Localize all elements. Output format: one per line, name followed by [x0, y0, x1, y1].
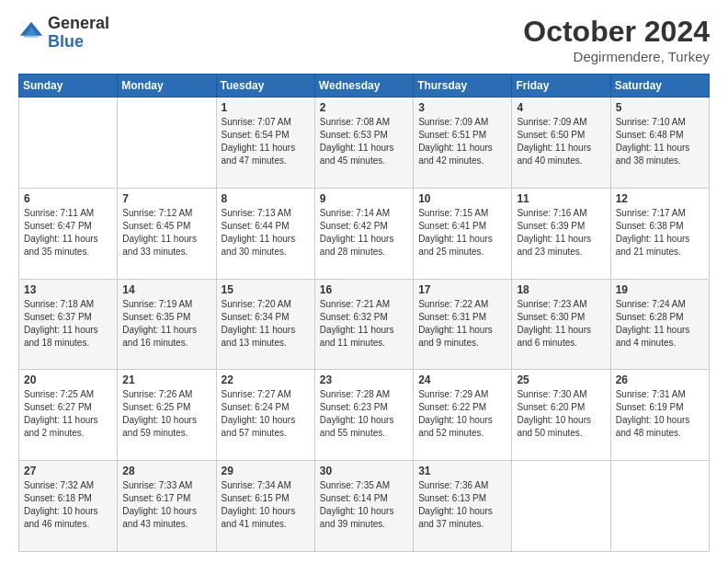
calendar-cell: 31Sunrise: 7:36 AM Sunset: 6:13 PM Dayli… [414, 461, 512, 552]
week-row-5: 27Sunrise: 7:32 AM Sunset: 6:18 PM Dayli… [19, 461, 710, 552]
calendar-cell: 22Sunrise: 7:27 AM Sunset: 6:24 PM Dayli… [216, 370, 314, 461]
cell-content: Sunrise: 7:24 AM Sunset: 6:28 PM Dayligh… [616, 298, 704, 350]
cell-content: Sunrise: 7:08 AM Sunset: 6:53 PM Dayligh… [320, 116, 408, 167]
calendar-cell: 5Sunrise: 7:10 AM Sunset: 6:48 PM Daylig… [610, 98, 709, 189]
cell-content: Sunrise: 7:30 AM Sunset: 6:20 PM Dayligh… [517, 388, 605, 440]
page: General Blue October 2024 Degirmendere, … [0, 0, 728, 563]
cell-content: Sunrise: 7:16 AM Sunset: 6:39 PM Dayligh… [517, 207, 605, 259]
day-number: 24 [418, 373, 506, 386]
calendar-cell: 24Sunrise: 7:29 AM Sunset: 6:22 PM Dayli… [414, 370, 512, 461]
day-number: 15 [222, 283, 310, 296]
cell-content: Sunrise: 7:32 AM Sunset: 6:18 PM Dayligh… [24, 479, 112, 531]
day-number: 22 [222, 373, 310, 386]
calendar-cell: 3Sunrise: 7:09 AM Sunset: 6:51 PM Daylig… [414, 98, 512, 189]
day-number: 20 [24, 373, 112, 386]
calendar-cell: 30Sunrise: 7:35 AM Sunset: 6:14 PM Dayli… [314, 461, 413, 552]
location: Degirmendere, Turkey [523, 49, 710, 64]
day-number: 23 [320, 373, 408, 386]
cell-content: Sunrise: 7:07 AM Sunset: 6:54 PM Dayligh… [222, 116, 310, 167]
calendar-cell: 25Sunrise: 7:30 AM Sunset: 6:20 PM Dayli… [512, 370, 610, 461]
calendar-cell: 2Sunrise: 7:08 AM Sunset: 6:53 PM Daylig… [314, 98, 413, 189]
week-row-2: 6Sunrise: 7:11 AM Sunset: 6:47 PM Daylig… [19, 188, 710, 279]
calendar-cell: 28Sunrise: 7:33 AM Sunset: 6:17 PM Dayli… [118, 461, 216, 552]
title-area: October 2024 Degirmendere, Turkey [523, 15, 710, 64]
cell-content: Sunrise: 7:35 AM Sunset: 6:14 PM Dayligh… [320, 479, 408, 531]
cell-content: Sunrise: 7:12 AM Sunset: 6:45 PM Dayligh… [122, 207, 210, 259]
cell-content: Sunrise: 7:13 AM Sunset: 6:44 PM Dayligh… [222, 207, 310, 259]
cell-content: Sunrise: 7:19 AM Sunset: 6:35 PM Dayligh… [122, 298, 210, 350]
day-number: 4 [517, 101, 605, 114]
day-number: 13 [24, 283, 112, 296]
cell-content: Sunrise: 7:18 AM Sunset: 6:37 PM Dayligh… [24, 298, 112, 350]
cell-content: Sunrise: 7:21 AM Sunset: 6:32 PM Dayligh… [320, 298, 408, 350]
cell-content: Sunrise: 7:15 AM Sunset: 6:41 PM Dayligh… [418, 207, 506, 259]
day-number: 5 [616, 101, 704, 114]
day-number: 31 [418, 465, 506, 477]
cell-content: Sunrise: 7:31 AM Sunset: 6:19 PM Dayligh… [616, 388, 704, 440]
calendar-cell [512, 461, 610, 552]
calendar-cell: 19Sunrise: 7:24 AM Sunset: 6:28 PM Dayli… [610, 279, 709, 370]
calendar-cell [118, 98, 216, 189]
week-row-3: 13Sunrise: 7:18 AM Sunset: 6:37 PM Dayli… [19, 279, 710, 370]
calendar-cell: 20Sunrise: 7:25 AM Sunset: 6:27 PM Dayli… [19, 370, 118, 461]
day-number: 6 [24, 192, 112, 205]
calendar-cell: 17Sunrise: 7:22 AM Sunset: 6:31 PM Dayli… [414, 279, 512, 370]
calendar-cell: 4Sunrise: 7:09 AM Sunset: 6:50 PM Daylig… [512, 98, 610, 189]
weekday-header-thursday: Thursday [414, 75, 512, 98]
cell-content: Sunrise: 7:23 AM Sunset: 6:30 PM Dayligh… [517, 298, 605, 350]
cell-content: Sunrise: 7:36 AM Sunset: 6:13 PM Dayligh… [418, 479, 506, 531]
day-number: 14 [122, 283, 210, 296]
calendar-cell: 15Sunrise: 7:20 AM Sunset: 6:34 PM Dayli… [216, 279, 314, 370]
day-number: 28 [122, 465, 210, 477]
header-row: SundayMondayTuesdayWednesdayThursdayFrid… [19, 75, 710, 98]
cell-content: Sunrise: 7:09 AM Sunset: 6:51 PM Dayligh… [418, 116, 506, 167]
cell-content: Sunrise: 7:22 AM Sunset: 6:31 PM Dayligh… [418, 298, 506, 350]
day-number: 25 [517, 373, 605, 386]
cell-content: Sunrise: 7:17 AM Sunset: 6:38 PM Dayligh… [616, 207, 704, 259]
logo-blue: Blue [48, 33, 109, 52]
calendar-cell: 21Sunrise: 7:26 AM Sunset: 6:25 PM Dayli… [118, 370, 216, 461]
cell-content: Sunrise: 7:20 AM Sunset: 6:34 PM Dayligh… [222, 298, 310, 350]
calendar-cell: 11Sunrise: 7:16 AM Sunset: 6:39 PM Dayli… [512, 188, 610, 279]
day-number: 9 [320, 192, 408, 205]
week-row-4: 20Sunrise: 7:25 AM Sunset: 6:27 PM Dayli… [19, 370, 710, 461]
calendar-cell: 7Sunrise: 7:12 AM Sunset: 6:45 PM Daylig… [118, 188, 216, 279]
weekday-header-friday: Friday [512, 75, 610, 98]
calendar-cell [610, 461, 709, 552]
day-number: 17 [418, 283, 506, 296]
cell-content: Sunrise: 7:14 AM Sunset: 6:42 PM Dayligh… [320, 207, 408, 259]
month-title: October 2024 [523, 15, 710, 49]
cell-content: Sunrise: 7:27 AM Sunset: 6:24 PM Dayligh… [222, 388, 310, 440]
day-number: 18 [517, 283, 605, 296]
header: General Blue October 2024 Degirmendere, … [18, 15, 710, 64]
weekday-header-sunday: Sunday [19, 75, 118, 98]
calendar-cell: 8Sunrise: 7:13 AM Sunset: 6:44 PM Daylig… [216, 188, 314, 279]
calendar-cell: 18Sunrise: 7:23 AM Sunset: 6:30 PM Dayli… [512, 279, 610, 370]
day-number: 27 [24, 465, 112, 477]
cell-content: Sunrise: 7:26 AM Sunset: 6:25 PM Dayligh… [122, 388, 210, 440]
weekday-header-saturday: Saturday [610, 75, 709, 98]
day-number: 10 [418, 192, 506, 205]
calendar-cell: 29Sunrise: 7:34 AM Sunset: 6:15 PM Dayli… [216, 461, 314, 552]
calendar-cell: 6Sunrise: 7:11 AM Sunset: 6:47 PM Daylig… [19, 188, 118, 279]
cell-content: Sunrise: 7:34 AM Sunset: 6:15 PM Dayligh… [222, 479, 310, 531]
day-number: 3 [418, 101, 506, 114]
cell-content: Sunrise: 7:10 AM Sunset: 6:48 PM Dayligh… [616, 116, 704, 167]
calendar-cell: 16Sunrise: 7:21 AM Sunset: 6:32 PM Dayli… [314, 279, 413, 370]
logo: General Blue [18, 15, 109, 52]
calendar-cell [19, 98, 118, 189]
day-number: 2 [320, 101, 408, 114]
day-number: 16 [320, 283, 408, 296]
day-number: 29 [222, 465, 310, 477]
calendar-cell: 14Sunrise: 7:19 AM Sunset: 6:35 PM Dayli… [118, 279, 216, 370]
day-number: 1 [222, 101, 310, 114]
logo-text: General Blue [48, 15, 109, 52]
weekday-header-monday: Monday [118, 75, 216, 98]
cell-content: Sunrise: 7:29 AM Sunset: 6:22 PM Dayligh… [418, 388, 506, 440]
cell-content: Sunrise: 7:09 AM Sunset: 6:50 PM Dayligh… [517, 116, 605, 167]
cell-content: Sunrise: 7:28 AM Sunset: 6:23 PM Dayligh… [320, 388, 408, 440]
cell-content: Sunrise: 7:11 AM Sunset: 6:47 PM Dayligh… [24, 207, 112, 259]
day-number: 7 [122, 192, 210, 205]
calendar-table: SundayMondayTuesdayWednesdayThursdayFrid… [18, 74, 710, 552]
calendar-cell: 1Sunrise: 7:07 AM Sunset: 6:54 PM Daylig… [216, 98, 314, 189]
